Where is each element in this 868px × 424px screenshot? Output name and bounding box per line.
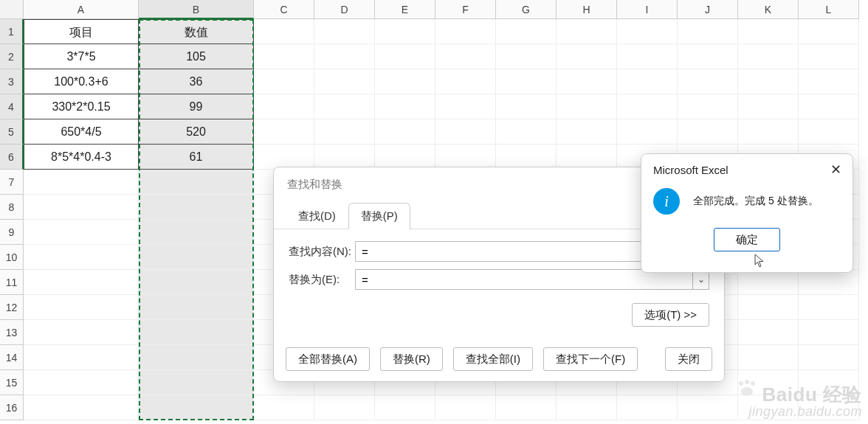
cell[interactable]: 36	[139, 69, 254, 94]
cell[interactable]	[254, 19, 314, 44]
cell[interactable]	[738, 395, 799, 420]
cell[interactable]	[139, 245, 254, 270]
cell[interactable]	[375, 145, 435, 170]
column-header-B[interactable]: B	[139, 0, 254, 19]
replace-button[interactable]: 替换(R)	[380, 347, 443, 371]
column-header-K[interactable]: K	[738, 0, 799, 19]
cell[interactable]: 项目	[24, 19, 139, 44]
cell[interactable]	[314, 94, 375, 119]
find-all-button[interactable]: 查找全部(I)	[453, 347, 533, 371]
cell[interactable]	[738, 295, 799, 320]
cell[interactable]	[496, 44, 557, 69]
cell[interactable]	[375, 94, 435, 119]
cell[interactable]	[254, 69, 314, 94]
close-icon[interactable]: ✕	[827, 161, 844, 178]
cell[interactable]	[496, 145, 557, 170]
column-header-L[interactable]: L	[799, 0, 859, 19]
row-header[interactable]: 3	[0, 69, 24, 94]
cell[interactable]	[139, 395, 254, 420]
cell[interactable]	[557, 44, 617, 69]
cell[interactable]	[24, 195, 139, 220]
cell[interactable]	[799, 44, 859, 69]
cell[interactable]	[435, 145, 496, 170]
row-header[interactable]: 2	[0, 44, 24, 69]
cell[interactable]	[435, 395, 496, 420]
cell[interactable]	[738, 345, 799, 370]
column-header-G[interactable]: G	[496, 0, 557, 19]
row-header[interactable]: 14	[0, 345, 24, 370]
cell[interactable]	[617, 119, 678, 145]
row-header[interactable]: 8	[0, 195, 24, 220]
cell[interactable]	[738, 94, 799, 119]
cell[interactable]	[254, 44, 314, 69]
ok-button[interactable]: 确定	[714, 228, 780, 251]
cell[interactable]: 330*2*0.15	[24, 94, 139, 119]
row-header[interactable]: 10	[0, 245, 24, 270]
cell[interactable]	[617, 19, 678, 44]
cell[interactable]	[435, 94, 496, 119]
cell[interactable]	[738, 270, 799, 295]
cell[interactable]	[738, 69, 799, 94]
column-header-C[interactable]: C	[254, 0, 314, 19]
cell[interactable]	[314, 119, 375, 145]
row-header[interactable]: 7	[0, 170, 24, 195]
cell[interactable]: 105	[139, 44, 254, 69]
cell[interactable]	[24, 395, 139, 420]
cell[interactable]	[678, 19, 738, 44]
column-header-E[interactable]: E	[375, 0, 435, 19]
cell[interactable]	[496, 69, 557, 94]
cell[interactable]	[557, 94, 617, 119]
cell[interactable]	[24, 270, 139, 295]
cell[interactable]	[617, 94, 678, 119]
cell[interactable]	[139, 370, 254, 395]
replace-all-button[interactable]: 全部替换(A)	[286, 347, 370, 371]
find-next-button[interactable]: 查找下一个(F)	[543, 347, 638, 371]
cell[interactable]	[799, 19, 859, 44]
cell[interactable]	[799, 295, 859, 320]
column-header-J[interactable]: J	[678, 0, 738, 19]
cell[interactable]	[254, 119, 314, 145]
cell[interactable]	[314, 69, 375, 94]
cell[interactable]	[435, 69, 496, 94]
cell[interactable]	[799, 370, 859, 395]
cell[interactable]	[799, 270, 859, 295]
row-header[interactable]: 9	[0, 220, 24, 245]
close-button[interactable]: 关闭	[665, 347, 712, 371]
cell[interactable]	[738, 44, 799, 69]
select-all-corner[interactable]	[0, 0, 24, 19]
cell[interactable]	[557, 119, 617, 145]
cell[interactable]	[375, 69, 435, 94]
cell[interactable]	[557, 395, 617, 420]
cell[interactable]	[24, 295, 139, 320]
cell[interactable]	[496, 395, 557, 420]
cell[interactable]	[139, 170, 254, 195]
cell[interactable]	[617, 69, 678, 94]
cell[interactable]	[314, 395, 375, 420]
cell[interactable]	[24, 220, 139, 245]
cell[interactable]: 520	[139, 119, 254, 145]
row-header[interactable]: 1	[0, 19, 24, 44]
cell[interactable]	[738, 119, 799, 145]
options-button[interactable]: 选项(T) >>	[632, 303, 709, 327]
row-header[interactable]: 6	[0, 145, 24, 170]
cell[interactable]	[557, 19, 617, 44]
cell[interactable]	[617, 395, 678, 420]
cell[interactable]	[24, 345, 139, 370]
cell[interactable]	[314, 145, 375, 170]
cell[interactable]	[738, 320, 799, 345]
cell[interactable]	[799, 320, 859, 345]
cell[interactable]	[24, 320, 139, 345]
cell[interactable]	[314, 44, 375, 69]
row-header[interactable]: 4	[0, 94, 24, 119]
cell[interactable]	[678, 94, 738, 119]
cell[interactable]: 数值	[139, 19, 254, 44]
column-header-D[interactable]: D	[314, 0, 375, 19]
row-header[interactable]: 12	[0, 295, 24, 320]
row-header[interactable]: 11	[0, 270, 24, 295]
tab-find[interactable]: 查找(D)	[286, 203, 348, 229]
cell[interactable]	[799, 94, 859, 119]
cell[interactable]	[254, 94, 314, 119]
cell[interactable]	[24, 170, 139, 195]
cell[interactable]	[375, 119, 435, 145]
cell[interactable]	[435, 19, 496, 44]
